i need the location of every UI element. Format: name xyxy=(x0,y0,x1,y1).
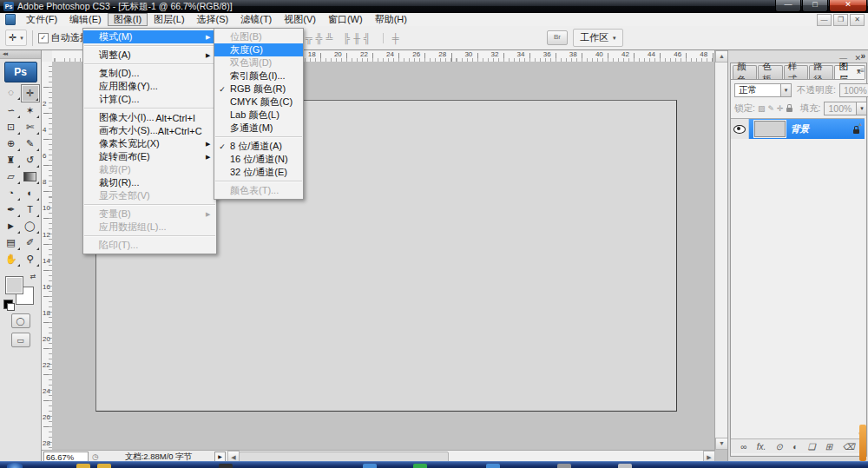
scroll-up-icon[interactable]: ▲ xyxy=(715,50,728,63)
auto-select-checkbox[interactable]: ✓ xyxy=(38,33,49,43)
eraser-tool[interactable]: ▱ xyxy=(2,168,21,185)
healing-brush-tool[interactable]: ⊕ xyxy=(2,135,21,152)
layer-style-icon[interactable]: fx. xyxy=(757,442,766,452)
distribute-right-edges-icon[interactable]: ╣ xyxy=(364,33,371,43)
lock-image-pixels-icon[interactable]: ✎ xyxy=(767,104,774,113)
foreground-color-swatch[interactable] xyxy=(5,276,23,294)
align-vertical-centers-icon[interactable]: ╬ xyxy=(316,33,323,43)
crop-tool[interactable]: ⊡ xyxy=(2,119,21,135)
edge-scroll-indicator[interactable] xyxy=(859,425,866,461)
doc-minimize-icon[interactable]: — xyxy=(817,14,832,26)
screen-mode-button[interactable]: ▭ xyxy=(11,333,30,347)
lock-position-icon[interactable]: ✛ xyxy=(777,104,784,113)
zoom-tool[interactable]: ⚲ xyxy=(21,251,40,267)
notes-tool[interactable]: ▤ xyxy=(2,234,21,251)
image-menu-item-apply-image[interactable]: 应用图像(Y)... xyxy=(83,80,216,93)
menubar-item-window[interactable]: 窗口(W) xyxy=(322,13,369,26)
distribute-horizontal-centers-icon[interactable]: ╫ xyxy=(353,33,360,43)
layer-row-background[interactable]: 背景 xyxy=(731,119,865,139)
layer-mask-icon[interactable]: ⊙ xyxy=(776,442,783,452)
dodge-tool[interactable]: ◐ xyxy=(21,185,40,201)
brush-tool[interactable]: ✎ xyxy=(21,135,40,152)
image-menu-item-calculations[interactable]: 计算(C)... xyxy=(83,93,216,106)
tab-styles[interactable]: 样式 xyxy=(784,65,808,79)
gradient-tool[interactable] xyxy=(21,168,40,185)
elliptical-marquee-tool[interactable]: ◌ xyxy=(2,84,21,101)
taskbar-icon[interactable] xyxy=(97,464,111,468)
mode-submenu-item-grayscale[interactable]: 灰度(G) xyxy=(214,43,303,56)
slice-tool[interactable]: ✄ xyxy=(21,119,40,135)
image-menu-item-rotate-canvas[interactable]: 旋转画布(E)▶ xyxy=(83,150,216,163)
tab-swatches[interactable]: 色板 xyxy=(758,65,782,79)
mode-submenu-item-duotone[interactable]: 双色调(D) xyxy=(214,56,303,69)
doc-restore-icon[interactable]: ❐ xyxy=(833,14,848,26)
tab-color[interactable]: 颜色 xyxy=(733,65,757,79)
move-tool[interactable]: ✛ xyxy=(21,84,40,102)
taskbar-icon[interactable] xyxy=(618,464,632,468)
pen-tool[interactable]: ✒ xyxy=(2,201,21,218)
lock-all-icon[interactable] xyxy=(786,104,792,113)
hand-tool[interactable]: ✋ xyxy=(2,251,21,267)
new-layer-icon[interactable]: ⊞ xyxy=(825,442,832,452)
image-menu-item-trim[interactable]: 裁切(R)... xyxy=(83,176,216,189)
mode-submenu-item-multichannel[interactable]: 多通道(M) xyxy=(214,122,303,135)
workspace-dropdown[interactable]: 工作区 ▾ xyxy=(573,29,623,47)
start-orb-icon[interactable] xyxy=(7,463,23,468)
taskbar-icon[interactable] xyxy=(486,464,500,468)
mode-submenu-item-rgb-color[interactable]: ✓RGB 颜色(R) xyxy=(214,82,303,96)
go-to-bridge-icon[interactable]: Br xyxy=(547,30,568,45)
image-menu-item-duplicate[interactable]: 复制(D)... xyxy=(83,67,216,80)
menubar-item-filter[interactable]: 滤镜(T) xyxy=(234,13,278,26)
tab-paths[interactable]: 路径 xyxy=(809,65,833,79)
image-menu-item-image-size[interactable]: 图像大小(I)...Alt+Ctrl+I xyxy=(83,111,216,124)
image-menu-item-crop[interactable]: 裁剪(P) xyxy=(83,163,216,176)
mode-submenu-item-cmyk-color[interactable]: CMYK 颜色(C) xyxy=(214,96,303,109)
image-menu-item-adjustments[interactable]: 调整(A)▶ xyxy=(83,49,216,62)
path-selection-tool[interactable]: ► xyxy=(2,218,21,234)
clone-stamp-tool[interactable]: ♜ xyxy=(2,152,21,168)
minimize-icon[interactable]: — xyxy=(775,0,801,12)
type-tool[interactable]: T xyxy=(21,201,40,218)
tool-preset-picker[interactable]: ✛ ▾ xyxy=(5,30,27,46)
taskbar-icon[interactable] xyxy=(363,464,377,468)
menubar-item-help[interactable]: 帮助(H) xyxy=(369,13,413,26)
image-menu-item-apply-data-set[interactable]: 应用数据组(L)... xyxy=(83,221,216,234)
auto-align-layers-icon[interactable]: ╪ xyxy=(383,33,399,43)
menubar-item-edit[interactable]: 编辑(E) xyxy=(63,13,108,26)
image-menu-item-mode[interactable]: 模式(M)▶ xyxy=(83,30,216,43)
list-scroll-up-icon[interactable]: ▲ xyxy=(858,122,863,127)
taskbar-icon[interactable] xyxy=(413,464,427,468)
menubar-item-layer[interactable]: 图层(L) xyxy=(148,13,190,26)
mode-submenu-item-lab-color[interactable]: Lab 颜色(L) xyxy=(214,109,303,122)
vertical-scrollbar[interactable]: ▲ ▼ xyxy=(714,50,727,450)
mode-submenu-item-color-table[interactable]: 颜色表(T)... xyxy=(214,184,303,197)
default-colors-icon[interactable] xyxy=(3,300,13,309)
doc-close-icon[interactable]: ✕ xyxy=(850,14,865,26)
menubar-item-view[interactable]: 视图(V) xyxy=(278,13,322,26)
fill-field[interactable]: 100% ▾ xyxy=(824,102,867,115)
eyedropper-tool[interactable]: ✐ xyxy=(21,234,40,251)
opacity-field[interactable]: 100% ▾ xyxy=(839,83,868,97)
mode-submenu-item-32-bits-channel[interactable]: 32 位/通道(E) xyxy=(214,166,303,179)
mode-submenu-item-16-bits-channel[interactable]: 16 位/通道(N) xyxy=(214,153,303,166)
magic-wand-tool[interactable]: ✶ xyxy=(21,102,40,119)
link-layers-icon[interactable]: ∞ xyxy=(740,442,746,452)
align-bottom-edges-icon[interactable]: ╩ xyxy=(326,33,333,43)
image-menu-item-trap[interactable]: 陷印(T)... xyxy=(83,239,216,252)
image-menu-item-variables[interactable]: 变量(B)▶ xyxy=(83,208,216,221)
blur-tool[interactable]: ◔ xyxy=(2,185,21,201)
taskbar-icon[interactable] xyxy=(76,464,90,468)
blend-mode-select[interactable]: 正常 ▾ xyxy=(734,83,792,97)
swap-colors-icon[interactable]: ⇄ xyxy=(30,273,36,280)
menubar-item-image[interactable]: 图像(I) xyxy=(108,13,148,26)
menubar-item-file[interactable]: 文件(F) xyxy=(20,13,63,26)
image-menu-item-canvas-size[interactable]: 画布大小(S)...Alt+Ctrl+C xyxy=(83,124,216,137)
layer-thumbnail[interactable] xyxy=(754,121,786,137)
lock-transparent-pixels-icon[interactable]: ▨ xyxy=(758,104,766,113)
image-menu-item-reveal-all[interactable]: 显示全部(V) xyxy=(83,189,216,202)
maximize-icon[interactable]: □ xyxy=(802,0,828,12)
toolbox-collapse-icon[interactable]: ◂◂ xyxy=(0,50,41,59)
menubar-item-select[interactable]: 选择(S) xyxy=(191,13,235,26)
align-top-edges-icon[interactable]: ╦ xyxy=(306,33,312,43)
distribute-left-edges-icon[interactable]: ╠ xyxy=(343,33,350,43)
